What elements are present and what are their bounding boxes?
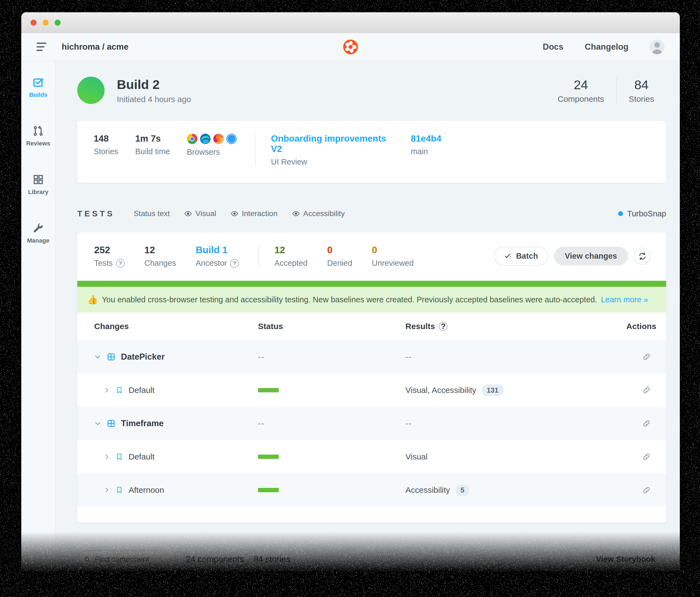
main-content: Build 2 Initiated 4 hours ago 24 Compone…	[55, 61, 680, 586]
thumbs-up-icon: 👍	[87, 294, 98, 305]
help-icon[interactable]: ?	[439, 322, 447, 331]
commit-info: Onboarding improvements V2 UI Review	[271, 133, 394, 166]
table-row[interactable]: Timeframe -- --	[77, 407, 666, 440]
firefox-icon	[213, 134, 224, 144]
status-passed-bar	[258, 455, 279, 459]
refresh-icon	[638, 252, 647, 261]
sidebar: Builds Reviews Library	[21, 61, 55, 586]
batch-checklist-icon	[504, 252, 512, 260]
divider	[255, 133, 256, 166]
tests-card: 252 Tests? 12 Changes Build 1 Ancestor?	[77, 232, 666, 522]
turbosnap-dot-icon	[618, 211, 623, 216]
sidebar-item-label: Manage	[27, 237, 49, 244]
sidebar-item-label: Builds	[29, 92, 47, 99]
story-bookmark-icon	[116, 386, 123, 394]
toggle-interaction[interactable]: Interaction	[230, 209, 278, 218]
eye-icon	[230, 210, 239, 218]
sidebar-item-library[interactable]: Library	[28, 174, 49, 196]
story-bookmark-icon	[116, 453, 123, 461]
table-row[interactable]: Default Visual	[77, 440, 666, 473]
chevron-right-icon[interactable]	[103, 453, 110, 460]
top-navigation-bar: hichroma / acme Docs Changelog	[21, 33, 680, 61]
changes-table-header: Changes Status Results? Actions	[77, 312, 666, 340]
tests-section-bar: TESTS Status text Visual	[77, 209, 666, 218]
component-icon	[107, 353, 116, 361]
menu-icon[interactable]	[36, 43, 48, 51]
sidebar-item-label: Library	[28, 188, 49, 196]
changelog-link[interactable]: Changelog	[585, 42, 628, 52]
docs-link[interactable]: Docs	[543, 42, 564, 52]
link-icon[interactable]	[642, 353, 651, 361]
batch-button[interactable]: Batch	[494, 246, 548, 265]
accepted-stat: 12 Accepted	[274, 244, 307, 268]
link-icon[interactable]	[642, 452, 651, 461]
count-badge: 131	[482, 385, 503, 396]
help-icon[interactable]: ?	[116, 259, 125, 268]
chrome-icon	[187, 134, 197, 144]
table-footer-spacer	[77, 507, 666, 522]
divider	[258, 244, 259, 268]
commit-hash-link[interactable]: 81e4b4	[411, 133, 442, 144]
sidebar-item-builds[interactable]: Builds	[29, 77, 47, 99]
chevron-right-icon[interactable]	[103, 487, 110, 493]
chevron-down-icon[interactable]	[94, 353, 101, 360]
denied-stat: 0 Denied	[327, 244, 352, 268]
changes-stat: 12 Changes	[144, 244, 176, 268]
status-passed-bar	[258, 488, 279, 492]
chromatic-logo-icon[interactable]	[343, 40, 358, 54]
build-header: Build 2 Initiated 4 hours ago 24 Compone…	[77, 77, 666, 104]
link-icon[interactable]	[642, 486, 651, 494]
chevron-down-icon[interactable]	[94, 420, 101, 427]
story-bookmark-icon	[116, 486, 123, 494]
chevron-right-icon[interactable]	[103, 387, 110, 393]
ancestor-build-link[interactable]: Build 1	[196, 244, 239, 255]
link-icon[interactable]	[642, 386, 651, 394]
help-icon[interactable]: ?	[230, 259, 239, 268]
tests-section-title: TESTS	[77, 209, 115, 218]
baselines-alert: 👍 You enabled cross-browser testing and …	[77, 287, 666, 312]
eye-icon	[292, 210, 300, 218]
library-grid-icon	[32, 174, 44, 185]
org-project-title: hichroma / acme	[62, 42, 129, 52]
toggle-accessibility[interactable]: Accessibility	[292, 209, 345, 218]
build-status-avatar	[77, 77, 105, 104]
builds-check-icon	[32, 77, 44, 88]
learn-more-link[interactable]: Learn more »	[601, 295, 648, 304]
count-badge: 5	[455, 484, 469, 496]
stories-stat: 148 Stories	[94, 133, 118, 166]
tests-stat: 252 Tests?	[94, 244, 125, 268]
status-text-label: Status text	[134, 209, 170, 218]
user-avatar[interactable]	[650, 40, 665, 54]
safari-icon	[226, 134, 237, 144]
close-window-button[interactable]	[31, 20, 36, 26]
component-icon	[107, 419, 116, 428]
screenshot-stage: hichroma / acme Docs Changelog	[0, 0, 700, 597]
app-window: hichroma / acme Docs Changelog	[21, 12, 680, 586]
edge-icon	[200, 134, 210, 144]
sidebar-item-reviews[interactable]: Reviews	[26, 125, 50, 147]
table-row[interactable]: DatePicker -- --	[77, 340, 666, 373]
link-icon[interactable]	[642, 419, 651, 428]
macos-titlebar	[21, 12, 680, 33]
status-passed-bar	[258, 388, 279, 392]
sidebar-item-manage[interactable]: Manage	[27, 223, 49, 244]
unreviewed-stat: 0 Unreviewed	[372, 244, 414, 268]
reviews-branch-icon	[32, 125, 44, 137]
page-title: Build 2	[117, 77, 191, 92]
noise-bottom-overlay	[0, 531, 700, 597]
zoom-window-button[interactable]	[55, 20, 60, 26]
components-count-stat: 24 Components	[546, 77, 616, 104]
build-time-stat: 1m 7s Build time	[135, 133, 170, 166]
build-summary-card: 148 Stories 1m 7s Build time	[77, 121, 666, 183]
sidebar-item-label: Reviews	[26, 140, 50, 147]
minimize-window-button[interactable]	[43, 20, 49, 26]
table-row[interactable]: Afternoon Accessibility 5	[77, 473, 666, 507]
refresh-button[interactable]	[634, 248, 651, 265]
ancestor-stat: Build 1 Ancestor?	[196, 244, 239, 268]
stories-count-stat: 84 Stories	[617, 77, 666, 104]
table-row[interactable]: Default Visual, Accessibility 131	[77, 373, 666, 407]
commit-title-link[interactable]: Onboarding improvements V2	[271, 133, 394, 154]
toggle-visual[interactable]: Visual	[184, 209, 216, 218]
view-changes-button[interactable]: View changes	[554, 246, 628, 265]
browsers-stat: Browsers	[187, 133, 237, 166]
